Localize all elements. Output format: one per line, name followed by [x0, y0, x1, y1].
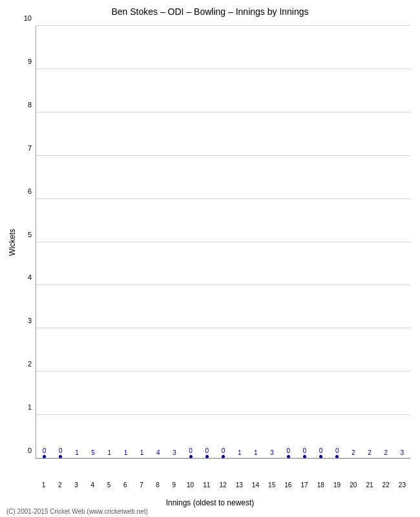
y-tick-6: 6: [14, 187, 32, 195]
x-label-1: 1: [42, 481, 46, 489]
x-label-7: 7: [140, 481, 143, 489]
bar-label-7: 1: [140, 449, 144, 456]
bar-label-21: 2: [368, 449, 372, 456]
zero-dot-10: [189, 455, 193, 458]
y-tick-10: 10: [14, 14, 32, 22]
copyright: (C) 2001-2015 Cricket Web (www.cricketwe…: [6, 508, 148, 515]
y-tick-3: 3: [14, 317, 32, 324]
x-label-2: 2: [58, 481, 62, 489]
x-label-23: 23: [399, 481, 406, 489]
zero-dot-11: [205, 455, 209, 458]
bar-label-11: 0: [205, 447, 209, 454]
x-label-9: 9: [173, 481, 176, 489]
x-label-16: 16: [284, 481, 291, 489]
bar-label-17: 0: [303, 447, 307, 454]
y-tick-0: 0: [14, 447, 32, 454]
x-label-14: 14: [252, 481, 259, 489]
bar-group-17: 0: [297, 455, 313, 458]
bar-group-2: 0: [52, 455, 68, 458]
x-label-11: 11: [203, 481, 210, 489]
bar-label-19: 0: [335, 447, 339, 454]
bar-label-4: 5: [91, 449, 95, 456]
x-label-8: 8: [156, 481, 160, 489]
chart-title: Ben Stokes – ODI – Bowling – Innings by …: [0, 0, 420, 20]
x-label-15: 15: [268, 481, 275, 489]
x-label-4: 4: [90, 481, 94, 489]
bar-group-11: 0: [199, 455, 215, 458]
x-label-18: 18: [317, 481, 324, 489]
bar-label-5: 1: [107, 449, 111, 456]
bar-group-19: 0: [329, 455, 345, 458]
bar-group-1: 0: [36, 455, 52, 458]
x-label-3: 3: [74, 481, 78, 489]
bar-label-1: 0: [43, 447, 47, 454]
zero-dot-16: [287, 455, 290, 458]
bar-group-18: 0: [313, 455, 329, 458]
bar-group-10: 0: [183, 455, 199, 458]
y-tick-5: 5: [14, 231, 32, 238]
zero-dot-18: [319, 455, 322, 458]
zero-dot-1: [43, 455, 46, 458]
x-label-10: 10: [187, 481, 194, 489]
x-label-19: 19: [333, 481, 341, 489]
y-tick-4: 4: [14, 273, 32, 281]
bar-label-2: 0: [59, 447, 63, 454]
x-label-20: 20: [350, 481, 357, 489]
x-label-13: 13: [236, 481, 243, 489]
zero-dot-12: [222, 455, 225, 458]
bar-label-18: 0: [319, 447, 323, 454]
x-axis-title: Innings (oldest to newest): [0, 498, 420, 507]
bar-label-16: 0: [286, 447, 290, 454]
x-label-12: 12: [219, 481, 226, 489]
bar-label-22: 2: [384, 449, 388, 456]
x-label-17: 17: [301, 481, 308, 489]
y-tick-9: 9: [14, 58, 32, 65]
chart-container: Ben Stokes – ODI – Bowling – Innings by …: [0, 0, 420, 517]
bar-label-10: 0: [189, 447, 193, 454]
y-tick-1: 1: [14, 403, 32, 411]
x-label-5: 5: [107, 481, 111, 489]
x-label-6: 6: [123, 481, 127, 489]
bar-label-13: 1: [238, 449, 242, 456]
bar-label-3: 1: [75, 449, 79, 456]
y-axis-title: Wickets: [8, 26, 17, 459]
y-tick-8: 8: [14, 101, 32, 109]
bar-group-16: 0: [280, 455, 297, 458]
zero-dot-17: [303, 455, 306, 458]
bar-label-20: 2: [352, 449, 355, 456]
bar-group-12: 0: [215, 455, 231, 458]
x-label-21: 21: [366, 481, 373, 489]
y-tick-2: 2: [14, 360, 32, 368]
bar-label-15: 3: [270, 449, 274, 456]
y-tick-7: 7: [14, 144, 32, 152]
bar-label-6: 1: [124, 449, 128, 456]
x-label-22: 22: [383, 481, 390, 489]
chart-area: 01234567891000151114300011300002223: [36, 26, 410, 459]
zero-dot-19: [335, 455, 339, 458]
bar-label-23: 3: [401, 449, 404, 456]
bar-label-9: 3: [173, 449, 176, 456]
bar-label-14: 1: [254, 449, 258, 456]
zero-dot-2: [59, 455, 62, 458]
bar-label-12: 0: [222, 447, 226, 454]
bar-label-8: 4: [156, 449, 160, 456]
